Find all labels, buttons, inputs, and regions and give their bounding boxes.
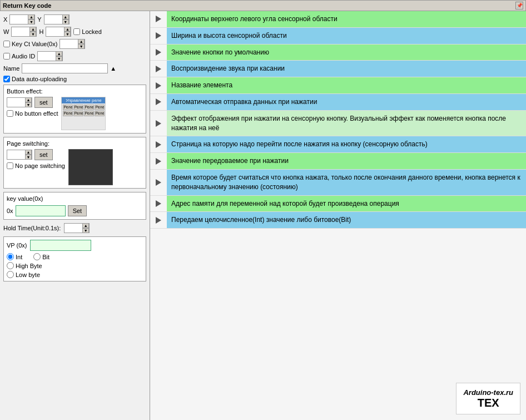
no-page-label[interactable]: No page switching [7, 162, 65, 169]
arduino-logo: Arduino-tex.ru ТЕХ [456, 383, 520, 414]
audio-up-btn[interactable]: ▲ [56, 51, 62, 56]
arrow-cell [150, 61, 167, 77]
page-down-btn[interactable]: ▼ [25, 155, 32, 160]
key-set-button[interactable]: Set [68, 205, 87, 216]
x-up-btn[interactable]: ▲ [28, 14, 34, 19]
effect-set-button[interactable]: set [34, 97, 53, 108]
key-ct-checkbox[interactable] [3, 41, 10, 47]
x-spinner[interactable]: 210 ▲ ▼ [9, 14, 35, 24]
hold-time-up-btn[interactable]: ▲ [82, 223, 89, 228]
w-down-btn[interactable]: ▼ [29, 32, 36, 37]
button-effect-inner: 1 ▲ ▼ set No button effect [7, 97, 143, 130]
annotation-text-5: Автоматическая отправка данных при нажат… [167, 94, 526, 110]
pin-button[interactable]: 📌 [515, 2, 523, 9]
arduino-line1: Arduino-tex.ru [463, 388, 513, 397]
w-input[interactable]: 175 [12, 27, 29, 36]
low-byte-label: Low byte [16, 271, 40, 278]
h-spinner[interactable]: 101 ▲ ▼ [46, 27, 71, 37]
no-effect-row: No button effect [7, 110, 58, 117]
arrow-icon [156, 98, 161, 105]
high-byte-radio[interactable] [7, 262, 14, 269]
key-ct-down-btn[interactable]: ▼ [78, 44, 85, 49]
y-input[interactable]: 343 [44, 15, 62, 24]
key-ct-spinner[interactable]: 0 ▲ ▼ [59, 39, 85, 49]
page-input[interactable]: -1 [7, 150, 25, 159]
radio-row-2: High Byte [7, 262, 143, 269]
annotation-text-1: Ширина и высота сенсорной области [167, 28, 526, 44]
effect-cell-3: Реле [84, 105, 94, 110]
y-down-btn[interactable]: ▼ [62, 19, 69, 24]
w-spinner[interactable]: 175 ▲ ▼ [11, 27, 37, 37]
h-input[interactable]: 101 [46, 27, 64, 36]
annotation-text-6: Эффект отображения при нажатии на сенсор… [167, 111, 526, 136]
arrow-icon [156, 141, 161, 148]
audio-input[interactable]: 0 [38, 52, 56, 61]
low-byte-radio-label[interactable]: Low byte [7, 271, 40, 278]
y-up-btn[interactable]: ▲ [62, 14, 69, 19]
int-radio[interactable] [7, 253, 14, 260]
bit-label: Bit [42, 254, 49, 260]
audio-checkbox[interactable] [3, 53, 10, 60]
page-value-row: -1 ▲ ▼ set [7, 149, 65, 160]
page-up-btn[interactable]: ▲ [25, 150, 32, 155]
auto-upload-label[interactable]: Data auto-uploading [3, 76, 67, 82]
audio-down-btn[interactable]: ▼ [56, 56, 62, 61]
vp-row: VP (0x) 5000 [7, 240, 143, 251]
auto-upload-checkbox[interactable] [3, 76, 10, 82]
annotation-row: Передаем целочисленное(Int) значение либ… [150, 212, 526, 229]
button-effect-section: Button effect: 1 ▲ ▼ set [3, 85, 146, 134]
key-ct-checkbox-label[interactable]: Key Ct Value(0x) [3, 41, 57, 47]
effect-input[interactable]: 1 [7, 98, 25, 107]
bit-radio[interactable] [33, 253, 41, 260]
name-row: Name Return Key code ▲ [3, 63, 146, 73]
right-panel: Координаты верхнего левого угла сенсорно… [150, 11, 526, 420]
locked-checkbox-label[interactable]: Locked [73, 28, 101, 35]
no-effect-label[interactable]: No button effect [7, 110, 58, 117]
w-up-btn[interactable]: ▲ [29, 27, 36, 32]
key-ct-input[interactable]: 0 [60, 39, 78, 48]
arrow-icon [156, 120, 161, 127]
arrow-cell [150, 136, 167, 152]
no-effect-checkbox[interactable] [7, 110, 13, 117]
x-down-btn[interactable]: ▼ [28, 19, 34, 24]
h-up-btn[interactable]: ▲ [64, 27, 71, 32]
hold-time-spinner[interactable]: 0 ▲ ▼ [64, 223, 90, 233]
audio-checkbox-label[interactable]: Audio ID [3, 53, 35, 60]
effect-spinner[interactable]: 1 ▲ ▼ [7, 97, 32, 107]
bit-radio-label[interactable]: Bit [33, 253, 49, 260]
radio-row-1: Int Bit [7, 253, 143, 260]
key-hex-input[interactable]: FFFF [16, 205, 66, 216]
title-label: Return Key code [3, 2, 51, 9]
annotation-text-4: Название элемента [167, 77, 526, 93]
arrow-icon [156, 217, 161, 224]
annotation-row: Адрес памяти для переменной над которой … [150, 196, 526, 213]
x-input[interactable]: 210 [10, 15, 28, 24]
effect-up-btn[interactable]: ▲ [25, 97, 32, 102]
annotation-row: Название элемента [150, 77, 526, 94]
wh-row: W 175 ▲ ▼ H 101 ▲ ▼ Locked [3, 27, 146, 37]
name-label: Name [3, 65, 19, 72]
high-byte-radio-label[interactable]: High Byte [7, 262, 42, 269]
low-byte-radio[interactable] [7, 271, 14, 278]
int-radio-label[interactable]: Int [7, 253, 22, 260]
effect-down-btn[interactable]: ▼ [25, 102, 32, 107]
hold-time-input[interactable]: 0 [64, 224, 82, 233]
vp-input[interactable]: 5000 [30, 240, 91, 251]
hold-time-down-btn[interactable]: ▼ [82, 228, 89, 233]
annotation-text-0: Координаты верхнего левого угла сенсорно… [167, 11, 526, 27]
effect-cell-1: Реле [63, 105, 73, 110]
page-set-button[interactable]: set [34, 149, 53, 160]
key-ct-up-btn[interactable]: ▲ [78, 39, 85, 44]
no-page-checkbox[interactable] [7, 162, 13, 169]
name-input[interactable]: Return Key code [22, 63, 108, 73]
y-spinner[interactable]: 343 ▲ ▼ [44, 14, 70, 24]
page-spinner[interactable]: -1 ▲ ▼ [7, 150, 32, 160]
arrow-cell [150, 196, 167, 212]
page-switch-inner: -1 ▲ ▼ set No page switching [7, 149, 143, 185]
name-expand-icon[interactable]: ▲ [110, 65, 116, 72]
key-ct-label: Key Ct Value(0x) [12, 41, 57, 47]
audio-spinner[interactable]: 0 ▲ ▼ [37, 51, 63, 61]
h-down-btn[interactable]: ▼ [64, 32, 71, 37]
annotation-row: Значение кнопки по умолчанию [150, 45, 526, 61]
locked-checkbox[interactable] [73, 28, 80, 35]
